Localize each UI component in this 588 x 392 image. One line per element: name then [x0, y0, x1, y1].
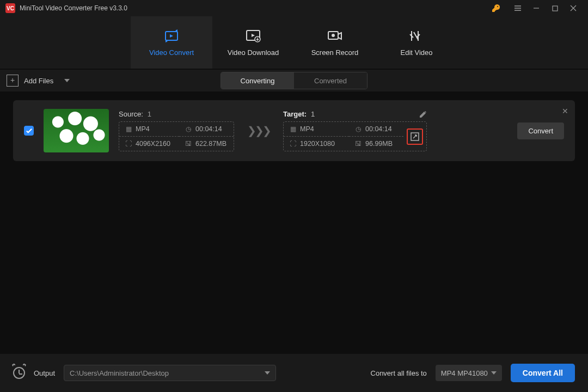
minimize-button[interactable] — [527, 0, 546, 16]
tab-video-convert[interactable]: Video Convert — [131, 16, 212, 69]
footer-bar: Output C:\Users\Administrator\Desktop Co… — [0, 354, 588, 392]
resolution-icon: ⛶ — [289, 140, 297, 148]
tab-screen-record[interactable]: Screen Record — [294, 16, 376, 69]
arrow-icon: ❯❯❯ — [244, 124, 273, 137]
output-label: Output — [34, 369, 55, 377]
clock-icon: ◷ — [185, 125, 192, 133]
target-info: Target: 1 ▦MP4 ◷00:04:14 ⛶1920X1080 🖫96.… — [283, 110, 427, 151]
source-label: Source: — [119, 110, 143, 118]
tab-label: Video Convert — [149, 48, 194, 57]
tab-label: Edit Video — [400, 48, 432, 57]
target-settings-button[interactable] — [407, 128, 423, 145]
main-tabs: Video Convert Video Download Screen Reco… — [0, 16, 588, 69]
target-size: 96.99MB — [365, 140, 393, 148]
close-button[interactable] — [564, 0, 583, 16]
source-format: MP4 — [136, 125, 150, 133]
svg-rect-0 — [553, 6, 558, 11]
sub-toolbar: Add Files Converting Converted — [0, 70, 588, 91]
source-count: 1 — [148, 110, 151, 118]
key-icon[interactable] — [487, 0, 505, 16]
convert-button[interactable]: Convert — [517, 122, 564, 139]
format-preset-select[interactable]: MP4 MP41080 — [436, 365, 502, 381]
target-format: MP4 — [300, 125, 314, 133]
app-title: MiniTool Video Converter Free v3.3.0 — [20, 4, 127, 12]
file-checkbox[interactable] — [24, 126, 34, 136]
video-thumbnail[interactable] — [44, 109, 109, 152]
target-resolution: 1920X1080 — [300, 140, 335, 148]
source-size: 622.87MB — [195, 140, 226, 148]
add-icon — [7, 75, 19, 87]
output-path: C:\Users\Administrator\Desktop — [70, 369, 169, 377]
target-count: 1 — [311, 110, 315, 118]
file-item: Source: 1 ▦MP4 ◷00:04:14 ⛶4096X2160 🖫622… — [13, 100, 575, 161]
tab-converting[interactable]: Converting — [221, 72, 294, 89]
tab-label: Screen Record — [311, 48, 359, 57]
size-icon: 🖫 — [185, 140, 192, 148]
resolution-icon: ⛶ — [125, 140, 132, 148]
record-icon — [327, 29, 343, 43]
hamburger-menu-icon[interactable] — [509, 0, 527, 16]
convert-all-to-label: Convert all files to — [371, 369, 427, 377]
format-icon: ▦ — [125, 125, 132, 133]
app-logo-icon: VC — [5, 3, 15, 13]
format-icon: ▦ — [289, 125, 297, 133]
add-files-button[interactable]: Add Files — [7, 75, 70, 87]
chevron-down-icon — [265, 371, 270, 375]
target-label: Target: — [283, 110, 307, 118]
edit-video-icon — [408, 29, 425, 43]
filter-tabs: Converting Converted — [220, 72, 367, 89]
svg-point-5 — [332, 34, 335, 37]
chevron-down-icon — [64, 79, 70, 82]
source-info: Source: 1 ▦MP4 ◷00:04:14 ⛶4096X2160 🖫622… — [119, 110, 234, 151]
tab-edit-video[interactable]: Edit Video — [376, 16, 457, 69]
format-preset-value: MP4 MP41080 — [441, 369, 488, 377]
source-duration: 00:04:14 — [195, 125, 222, 133]
schedule-icon[interactable] — [13, 367, 25, 379]
tab-converted[interactable]: Converted — [294, 72, 367, 89]
convert-all-button[interactable]: Convert All — [511, 364, 575, 382]
clock-icon: ◷ — [354, 125, 362, 133]
remove-file-button[interactable]: ✕ — [562, 107, 568, 115]
chevron-down-icon — [491, 371, 497, 375]
size-icon: 🖫 — [354, 140, 362, 148]
convert-icon — [163, 29, 180, 43]
maximize-button[interactable] — [546, 0, 564, 16]
file-list: Source: 1 ▦MP4 ◷00:04:14 ⛶4096X2160 🖫622… — [0, 91, 588, 170]
target-duration: 00:04:14 — [365, 125, 392, 133]
source-resolution: 4096X2160 — [136, 140, 170, 148]
tab-label: Video Download — [228, 48, 279, 57]
download-icon — [245, 29, 261, 43]
output-path-select[interactable]: C:\Users\Administrator\Desktop — [64, 365, 276, 381]
edit-icon[interactable] — [419, 111, 427, 118]
tab-video-download[interactable]: Video Download — [212, 16, 294, 69]
title-bar: VC MiniTool Video Converter Free v3.3.0 — [0, 0, 588, 16]
add-files-label: Add Files — [24, 77, 53, 85]
